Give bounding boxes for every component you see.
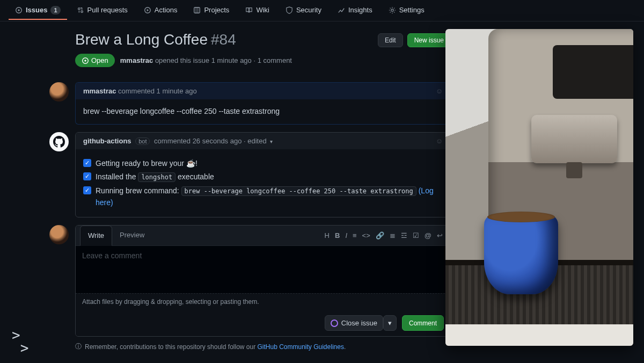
shield-icon <box>286 6 293 14</box>
coffee-machine-overlay <box>445 29 633 346</box>
svg-point-6 <box>84 60 86 62</box>
nav-wiki[interactable]: Wiki <box>239 2 276 19</box>
code-inline: brew --beverage longcoffee --coffee 250 … <box>181 186 416 196</box>
issue-title: Brew a Long Coffee #84 <box>75 31 236 48</box>
svg-point-1 <box>18 9 20 11</box>
nav-security[interactable]: Security <box>279 2 328 19</box>
avatar-user[interactable] <box>49 225 69 244</box>
book-icon <box>245 6 253 14</box>
code-icon[interactable]: <> <box>362 231 370 239</box>
composer-row: Write Preview H B I ≡ <> 🔗 ≣ ☲ ☑ <box>49 225 451 351</box>
repo-nav: Issues 1 Pull requests Actions Projects … <box>0 0 644 21</box>
comment-box: mmastrac commented 1 minute ago ☺ brew -… <box>75 82 451 125</box>
comment-thread: mmastrac commented 1 minute ago ☺ brew -… <box>49 82 451 351</box>
comment: github-actions bot commented 26 seconds … <box>49 132 451 218</box>
guidelines-note: ⓘ Remember, contributions to this reposi… <box>75 337 451 351</box>
heading-icon[interactable]: H <box>325 231 330 239</box>
ul-icon[interactable]: ≣ <box>390 231 396 239</box>
code-inline: longshot <box>138 172 175 182</box>
list-icon[interactable]: ≡ <box>353 231 357 239</box>
tab-preview[interactable]: Preview <box>112 226 152 245</box>
comment-button[interactable]: Comment <box>402 315 444 331</box>
status-label: Open <box>91 56 108 64</box>
svg-rect-3 <box>194 7 200 13</box>
composer-actions: Close issue ▾ Comment <box>76 310 450 336</box>
gear-icon <box>389 6 396 14</box>
nav-label: Settings <box>399 6 425 14</box>
markdown-toolbar: H B I ≡ <> 🔗 ≣ ☲ ☑ @ ↩ <box>325 226 446 245</box>
comment-composer: Write Preview H B I ≡ <> 🔗 ≣ ☲ ☑ <box>75 225 451 337</box>
comment-body: ✓ Getting ready to brew your ☕! ✓ Instal… <box>76 149 450 217</box>
avatar-user[interactable] <box>49 82 69 101</box>
nav-pull-requests[interactable]: Pull requests <box>70 2 134 19</box>
comment-author[interactable]: mmastrac <box>83 87 116 95</box>
issue-meta: mmastrac opened this issue 1 minute ago … <box>120 56 292 64</box>
guidelines-link[interactable]: GitHub Community Guidelines <box>258 343 344 351</box>
info-icon: ⓘ <box>75 342 82 351</box>
comment: mmastrac commented 1 minute ago ☺ brew -… <box>49 82 451 125</box>
checklist-item: ✓ Running brew command: brew --beverage … <box>83 185 443 208</box>
checkbox-checked-icon[interactable]: ✓ <box>83 159 91 167</box>
comment-box: github-actions bot commented 26 seconds … <box>75 132 451 218</box>
play-icon <box>144 6 151 14</box>
status-badge-open: Open <box>75 54 115 67</box>
avatar-bot[interactable] <box>49 132 69 151</box>
issue-closed-icon <box>331 320 338 327</box>
checkbox-checked-icon[interactable]: ✓ <box>83 186 91 194</box>
comment-meta: commented 1 minute ago <box>118 87 197 95</box>
nav-label: Issues <box>26 6 47 14</box>
nav-projects[interactable]: Projects <box>187 2 236 19</box>
nav-label: Insights <box>348 6 372 14</box>
issue-status-row: Open mmastrac opened this issue 1 minute… <box>75 54 451 67</box>
issue-icon <box>15 6 23 14</box>
mention-icon[interactable]: @ <box>425 231 431 239</box>
graph-icon <box>338 6 345 14</box>
close-issue-button[interactable]: Close issue <box>325 315 383 331</box>
issue-open-icon <box>82 57 89 64</box>
nav-label: Security <box>296 6 321 14</box>
comment-header: mmastrac commented 1 minute ago ☺ <box>76 83 450 99</box>
tab-write[interactable]: Write <box>80 226 112 246</box>
issue-content: Brew a Long Coffee #84 Edit New issue Op… <box>0 21 451 351</box>
reaction-icon[interactable]: ☺ <box>436 137 443 145</box>
comment-body: brew --beverage longcoffee --coffee 250 … <box>76 99 450 124</box>
github-icon <box>53 136 65 148</box>
issue-opener[interactable]: mmastrac <box>120 56 153 64</box>
issue-number: #84 <box>211 31 236 48</box>
reaction-icon[interactable]: ☺ <box>436 87 443 95</box>
italic-icon[interactable]: I <box>345 231 347 239</box>
issue-title-text: Brew a Long Coffee <box>75 31 208 48</box>
new-issue-button[interactable]: New issue <box>407 33 451 47</box>
nav-issues[interactable]: Issues 1 <box>9 2 67 20</box>
link-icon[interactable]: 🔗 <box>376 231 384 239</box>
attach-hint[interactable]: Attach files by dragging & dropping, sel… <box>76 293 450 310</box>
nav-label: Wiki <box>256 6 269 14</box>
reply-icon[interactable]: ↩ <box>437 231 443 239</box>
nav-label: Pull requests <box>87 6 128 14</box>
issues-count: 1 <box>50 6 60 14</box>
pr-icon <box>77 6 84 14</box>
issue-open-text: opened this issue 1 minute ago · 1 comme… <box>155 56 292 64</box>
nav-actions[interactable]: Actions <box>137 2 184 19</box>
composer-tabs: Write Preview H B I ≡ <> 🔗 ≣ ☲ ☑ <box>76 226 450 246</box>
coffee-mug <box>484 215 558 294</box>
edit-button[interactable]: Edit <box>378 33 403 47</box>
bold-icon[interactable]: B <box>335 231 340 239</box>
project-icon <box>193 6 201 14</box>
nav-insights[interactable]: Insights <box>331 2 379 19</box>
close-issue-dropdown[interactable]: ▾ <box>383 315 397 331</box>
nav-label: Actions <box>155 6 178 14</box>
nav-settings[interactable]: Settings <box>382 2 431 19</box>
comment-author[interactable]: github-actions <box>83 137 131 145</box>
checklist-item: ✓ Getting ready to brew your ☕! <box>83 158 443 170</box>
checkbox-checked-icon[interactable]: ✓ <box>83 172 91 180</box>
task-icon[interactable]: ☑ <box>413 231 419 239</box>
svg-point-4 <box>391 9 393 11</box>
chevron-down-icon[interactable]: ▾ <box>270 139 273 144</box>
comment-meta: commented 26 seconds ago · edited <box>154 137 267 145</box>
comment-textarea[interactable]: Leave a comment <box>76 246 450 293</box>
bot-badge: bot <box>135 137 150 145</box>
comment-header: github-actions bot commented 26 seconds … <box>76 133 450 149</box>
ol-icon[interactable]: ☲ <box>401 231 407 239</box>
nav-label: Projects <box>204 6 229 14</box>
